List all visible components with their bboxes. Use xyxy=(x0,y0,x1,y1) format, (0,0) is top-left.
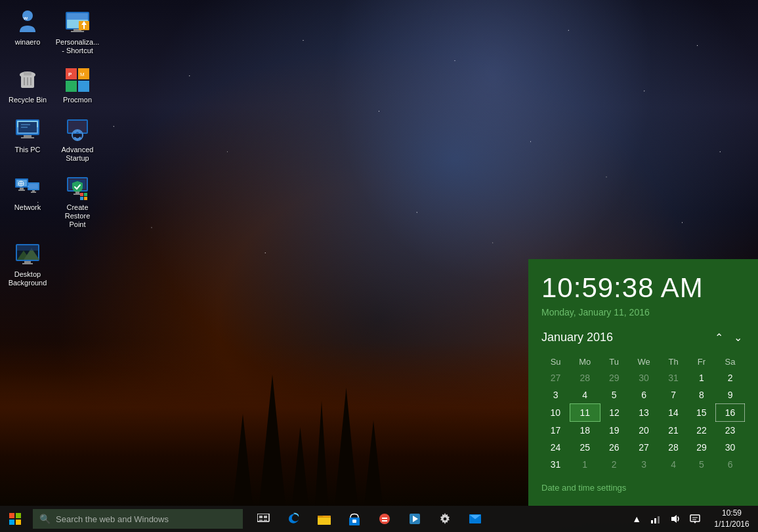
calendar-day[interactable]: 4 xyxy=(570,386,600,404)
svg-rect-52 xyxy=(80,193,83,196)
search-bar[interactable]: 🔍 Search the web and Windows xyxy=(33,509,243,529)
recycle-bin-icon xyxy=(14,67,41,93)
calendar-day[interactable]: 6 xyxy=(628,386,660,404)
calendar-day[interactable]: 18 xyxy=(570,422,600,440)
svg-rect-89 xyxy=(690,515,700,522)
clock-time-display: 10:59:38 AM xyxy=(541,272,745,304)
calendar-day[interactable]: 29 xyxy=(600,369,628,386)
calendar-day[interactable]: 12 xyxy=(600,404,628,422)
system-tray: ▲ xyxy=(628,506,758,532)
desktop-icon-this-pc[interactable]: This PC xyxy=(5,114,50,165)
edge-icon xyxy=(287,512,301,525)
search-placeholder: Search the web and Windows xyxy=(56,514,169,524)
calendar-day[interactable]: 27 xyxy=(628,439,660,456)
calendar-day[interactable]: 10 xyxy=(541,404,570,422)
svg-rect-86 xyxy=(654,518,656,523)
calendar-day[interactable]: 15 xyxy=(687,404,715,422)
calendar-day[interactable]: 1 xyxy=(687,369,715,386)
calendar-day[interactable]: 16 xyxy=(716,404,745,422)
calendar-day[interactable]: 1 xyxy=(570,456,600,473)
calendar-day[interactable]: 6 xyxy=(716,456,745,473)
date-time-settings-link[interactable]: Date and time settings xyxy=(541,483,745,493)
calendar-day[interactable]: 14 xyxy=(660,404,688,422)
calendar-day[interactable]: 7 xyxy=(660,386,688,404)
svg-rect-40 xyxy=(29,184,38,189)
svg-rect-66 xyxy=(16,520,21,525)
calendar-day[interactable]: 22 xyxy=(687,422,715,440)
calendar-day[interactable]: 17 xyxy=(541,422,570,440)
app2-button[interactable] xyxy=(400,506,429,532)
procmon-icon: P M xyxy=(64,67,91,93)
calendar-prev-button[interactable]: ⌃ xyxy=(712,331,726,344)
svg-rect-12 xyxy=(24,72,32,75)
volume-tray-icon[interactable] xyxy=(666,506,684,532)
calendar-day[interactable]: 2 xyxy=(716,369,745,386)
tray-date: 1/11/2016 xyxy=(714,519,749,530)
calendar-day[interactable]: 3 xyxy=(628,456,660,473)
calendar-day[interactable]: 29 xyxy=(687,439,715,456)
icon-row-2: Recycle Bin P M Procmon xyxy=(5,64,100,107)
restore-point-label: Create Restore Point xyxy=(58,203,97,230)
calendar-day[interactable]: 23 xyxy=(716,422,745,440)
icon-row-1: w winaero xyxy=(5,7,100,58)
desktop-icon-network[interactable]: Network xyxy=(5,172,50,232)
desktop-icon-advanced-startup[interactable]: Advanced Startup xyxy=(55,114,100,165)
app1-button[interactable] xyxy=(370,506,399,532)
calendar-day[interactable]: 31 xyxy=(541,456,570,473)
calendar-day[interactable]: 19 xyxy=(600,422,628,440)
desktop-icon-restore-point[interactable]: Create Restore Point xyxy=(55,172,100,232)
store-button[interactable] xyxy=(340,506,369,532)
calendar-day[interactable]: 24 xyxy=(541,439,570,456)
task-view-button[interactable] xyxy=(249,506,278,532)
desktop-icon-procmon[interactable]: P M Procmon xyxy=(55,64,100,107)
calendar-next-button[interactable]: ⌄ xyxy=(731,331,745,344)
svg-rect-85 xyxy=(651,520,653,523)
desktop-icon-winaero[interactable]: w winaero xyxy=(5,7,50,58)
calendar-month-year: January 2016 xyxy=(541,331,613,344)
desktop-icon-desktop-bg[interactable]: Desktop Background xyxy=(5,239,50,290)
calendar-day[interactable]: 13 xyxy=(628,404,660,422)
network-tray-icon[interactable] xyxy=(646,506,665,532)
calendar-day[interactable]: 2 xyxy=(600,456,628,473)
app1-icon xyxy=(378,512,391,525)
task-view-icon xyxy=(257,514,270,524)
calendar-day[interactable]: 20 xyxy=(628,422,660,440)
edge-button[interactable] xyxy=(280,506,308,532)
calendar-day[interactable]: 8 xyxy=(687,386,715,404)
svg-rect-41 xyxy=(32,190,35,192)
calendar-day[interactable]: 28 xyxy=(660,439,688,456)
start-button[interactable] xyxy=(0,506,30,532)
mail-button[interactable] xyxy=(461,506,490,532)
calendar-day[interactable]: 21 xyxy=(660,422,688,440)
calendar-day[interactable]: 9 xyxy=(716,386,745,404)
calendar-day[interactable]: 4 xyxy=(660,456,688,473)
desktop-icon-recycle-bin[interactable]: Recycle Bin xyxy=(5,64,50,107)
tray-clock[interactable]: 10:59 1/11/2016 xyxy=(705,506,758,532)
calendar-day[interactable]: 5 xyxy=(600,386,628,404)
calendar-day[interactable]: 5 xyxy=(687,456,715,473)
action-center-icon[interactable] xyxy=(686,506,704,532)
svg-rect-77 xyxy=(382,518,387,519)
search-icon: 🔍 xyxy=(39,514,51,524)
file-explorer-button[interactable] xyxy=(310,506,339,532)
svg-rect-37 xyxy=(20,188,24,190)
calendar-week-3: 17181920212223 xyxy=(541,422,745,440)
calendar-day[interactable]: 30 xyxy=(628,369,660,386)
calendar-day[interactable]: 3 xyxy=(541,386,570,404)
calendar-day[interactable]: 27 xyxy=(541,369,570,386)
settings-button[interactable] xyxy=(431,506,459,532)
tree-1 xyxy=(233,414,253,506)
calendar-day[interactable]: 30 xyxy=(716,439,745,456)
calendar-day[interactable]: 28 xyxy=(570,369,600,386)
this-pc-label: This PC xyxy=(14,146,40,154)
tree-4 xyxy=(315,401,328,506)
svg-rect-87 xyxy=(658,516,660,523)
calendar-day[interactable]: 25 xyxy=(570,439,600,456)
svg-rect-26 xyxy=(21,137,34,138)
calendar-day[interactable]: 31 xyxy=(660,369,688,386)
calendar-day[interactable]: 11 xyxy=(570,404,600,422)
desktop-icon-personalize[interactable]: Personaliza... - Shortcut xyxy=(55,7,100,58)
calendar-day[interactable]: 26 xyxy=(600,439,628,456)
tray-expand-button[interactable]: ▲ xyxy=(628,506,645,532)
svg-rect-36 xyxy=(16,180,27,186)
